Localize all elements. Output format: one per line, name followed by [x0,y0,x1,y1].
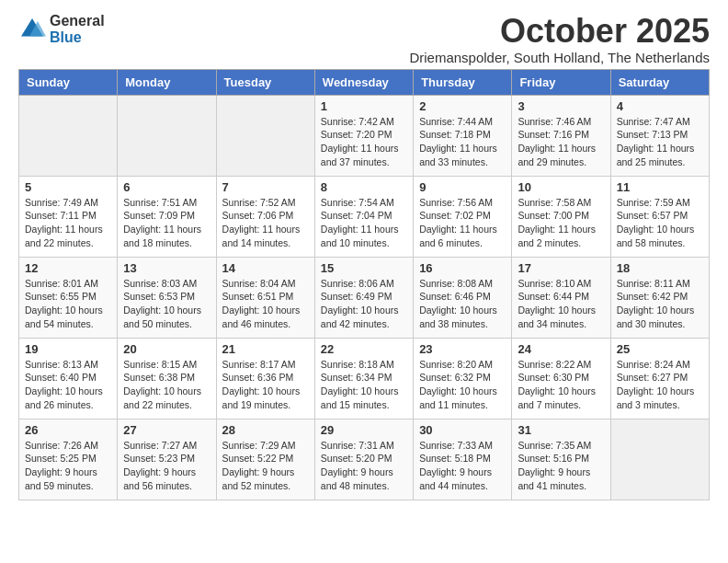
header-friday: Friday [512,69,610,95]
calendar-week-3: 12Sunrise: 8:01 AM Sunset: 6:55 PM Dayli… [19,257,710,338]
day-info: Sunrise: 7:29 AM Sunset: 5:22 PM Dayligh… [222,439,309,493]
day-number: 16 [419,261,506,275]
logo-general: General [50,13,105,29]
logo-blue: Blue [50,29,105,46]
day-info: Sunrise: 7:47 AM Sunset: 7:13 PM Dayligh… [617,115,703,169]
calendar-cell-w1-d2 [118,95,216,176]
calendar-cell-w2-d7: 11Sunrise: 7:59 AM Sunset: 6:57 PM Dayli… [610,176,709,257]
day-number: 20 [123,342,210,356]
day-info: Sunrise: 8:06 AM Sunset: 6:49 PM Dayligh… [321,277,407,331]
calendar-week-5: 26Sunrise: 7:26 AM Sunset: 5:25 PM Dayli… [19,419,710,500]
day-number: 3 [518,99,604,113]
day-number: 1 [321,99,407,113]
location-subtitle: Driemanspolder, South Holland, The Nethe… [409,50,710,65]
header-monday: Monday [118,69,216,95]
logo: General Blue [18,13,105,45]
calendar-cell-w5-d3: 28Sunrise: 7:29 AM Sunset: 5:22 PM Dayli… [216,419,314,500]
day-info: Sunrise: 8:03 AM Sunset: 6:53 PM Dayligh… [123,277,210,331]
day-info: Sunrise: 8:18 AM Sunset: 6:34 PM Dayligh… [321,358,407,412]
day-info: Sunrise: 8:20 AM Sunset: 6:32 PM Dayligh… [419,358,506,412]
day-info: Sunrise: 7:44 AM Sunset: 7:18 PM Dayligh… [419,115,506,169]
day-number: 5 [25,180,111,194]
calendar-week-4: 19Sunrise: 8:13 AM Sunset: 6:40 PM Dayli… [19,338,710,419]
calendar-cell-w4-d2: 20Sunrise: 8:15 AM Sunset: 6:38 PM Dayli… [118,338,216,419]
calendar-cell-w1-d7: 4Sunrise: 7:47 AM Sunset: 7:13 PM Daylig… [610,95,709,176]
calendar-cell-w1-d4: 1Sunrise: 7:42 AM Sunset: 7:20 PM Daylig… [314,95,413,176]
calendar-cell-w3-d4: 15Sunrise: 8:06 AM Sunset: 6:49 PM Dayli… [314,257,413,338]
day-info: Sunrise: 8:13 AM Sunset: 6:40 PM Dayligh… [25,358,111,412]
calendar-week-2: 5Sunrise: 7:49 AM Sunset: 7:11 PM Daylig… [19,176,710,257]
header-wednesday: Wednesday [314,69,413,95]
calendar-cell-w4-d7: 25Sunrise: 8:24 AM Sunset: 6:27 PM Dayli… [610,338,709,419]
header-sunday: Sunday [19,69,118,95]
calendar-cell-w1-d6: 3Sunrise: 7:46 AM Sunset: 7:16 PM Daylig… [512,95,610,176]
calendar-cell-w3-d2: 13Sunrise: 8:03 AM Sunset: 6:53 PM Dayli… [118,257,216,338]
day-info: Sunrise: 7:56 AM Sunset: 7:02 PM Dayligh… [419,196,506,250]
calendar-cell-w2-d2: 6Sunrise: 7:51 AM Sunset: 7:09 PM Daylig… [118,176,216,257]
day-info: Sunrise: 7:31 AM Sunset: 5:20 PM Dayligh… [321,439,407,493]
day-number: 23 [419,342,506,356]
day-info: Sunrise: 7:42 AM Sunset: 7:20 PM Dayligh… [321,115,407,169]
calendar-cell-w3-d5: 16Sunrise: 8:08 AM Sunset: 6:46 PM Dayli… [414,257,512,338]
calendar-header-row: Sunday Monday Tuesday Wednesday Thursday… [19,69,710,95]
day-number: 2 [419,99,506,113]
calendar-wrapper: Sunday Monday Tuesday Wednesday Thursday… [0,69,728,510]
calendar-cell-w5-d4: 29Sunrise: 7:31 AM Sunset: 5:20 PM Dayli… [314,419,413,500]
day-number: 25 [617,342,703,356]
day-info: Sunrise: 8:01 AM Sunset: 6:55 PM Dayligh… [25,277,111,331]
day-number: 28 [222,423,309,437]
day-number: 6 [123,180,210,194]
header-saturday: Saturday [610,69,709,95]
day-info: Sunrise: 7:46 AM Sunset: 7:16 PM Dayligh… [518,115,604,169]
day-number: 14 [222,261,309,275]
day-number: 22 [321,342,407,356]
day-number: 10 [518,180,604,194]
day-number: 31 [518,423,604,437]
day-number: 11 [617,180,703,194]
day-info: Sunrise: 8:10 AM Sunset: 6:44 PM Dayligh… [518,277,604,331]
day-info: Sunrise: 7:33 AM Sunset: 5:18 PM Dayligh… [419,439,506,493]
day-info: Sunrise: 7:54 AM Sunset: 7:04 PM Dayligh… [321,196,407,250]
calendar-cell-w1-d5: 2Sunrise: 7:44 AM Sunset: 7:18 PM Daylig… [414,95,512,176]
day-number: 30 [419,423,506,437]
calendar-cell-w3-d3: 14Sunrise: 8:04 AM Sunset: 6:51 PM Dayli… [216,257,314,338]
day-number: 19 [25,342,111,356]
day-number: 18 [617,261,703,275]
month-title: October 2025 [409,13,710,50]
calendar-cell-w2-d3: 7Sunrise: 7:52 AM Sunset: 7:06 PM Daylig… [216,176,314,257]
calendar-cell-w4-d6: 24Sunrise: 8:22 AM Sunset: 6:30 PM Dayli… [512,338,610,419]
calendar-cell-w5-d5: 30Sunrise: 7:33 AM Sunset: 5:18 PM Dayli… [414,419,512,500]
day-info: Sunrise: 7:35 AM Sunset: 5:16 PM Dayligh… [518,439,604,493]
calendar-cell-w5-d6: 31Sunrise: 7:35 AM Sunset: 5:16 PM Dayli… [512,419,610,500]
day-info: Sunrise: 7:49 AM Sunset: 7:11 PM Dayligh… [25,196,111,250]
calendar-cell-w5-d7 [610,419,709,500]
day-number: 27 [123,423,210,437]
calendar-cell-w3-d7: 18Sunrise: 8:11 AM Sunset: 6:42 PM Dayli… [610,257,709,338]
day-number: 7 [222,180,309,194]
day-number: 15 [321,261,407,275]
calendar-cell-w4-d3: 21Sunrise: 8:17 AM Sunset: 6:36 PM Dayli… [216,338,314,419]
calendar-cell-w2-d5: 9Sunrise: 7:56 AM Sunset: 7:02 PM Daylig… [414,176,512,257]
day-info: Sunrise: 8:24 AM Sunset: 6:27 PM Dayligh… [617,358,703,412]
calendar-cell-w5-d2: 27Sunrise: 7:27 AM Sunset: 5:23 PM Dayli… [118,419,216,500]
calendar-cell-w5-d1: 26Sunrise: 7:26 AM Sunset: 5:25 PM Dayli… [19,419,118,500]
calendar-cell-w2-d4: 8Sunrise: 7:54 AM Sunset: 7:04 PM Daylig… [314,176,413,257]
day-info: Sunrise: 7:52 AM Sunset: 7:06 PM Dayligh… [222,196,309,250]
day-number: 4 [617,99,703,113]
page-header: General Blue October 2025 Driemanspolder… [0,0,728,69]
day-number: 26 [25,423,111,437]
logo-text: General Blue [50,13,105,45]
calendar-week-1: 1Sunrise: 7:42 AM Sunset: 7:20 PM Daylig… [19,95,710,176]
calendar-cell-w2-d6: 10Sunrise: 7:58 AM Sunset: 7:00 PM Dayli… [512,176,610,257]
day-number: 12 [25,261,111,275]
day-info: Sunrise: 7:51 AM Sunset: 7:09 PM Dayligh… [123,196,210,250]
day-info: Sunrise: 7:26 AM Sunset: 5:25 PM Dayligh… [25,439,111,493]
calendar-cell-w4-d4: 22Sunrise: 8:18 AM Sunset: 6:34 PM Dayli… [314,338,413,419]
day-number: 24 [518,342,604,356]
day-number: 29 [321,423,407,437]
header-tuesday: Tuesday [216,69,314,95]
day-info: Sunrise: 8:11 AM Sunset: 6:42 PM Dayligh… [617,277,703,331]
day-info: Sunrise: 7:27 AM Sunset: 5:23 PM Dayligh… [123,439,210,493]
day-number: 21 [222,342,309,356]
day-number: 8 [321,180,407,194]
